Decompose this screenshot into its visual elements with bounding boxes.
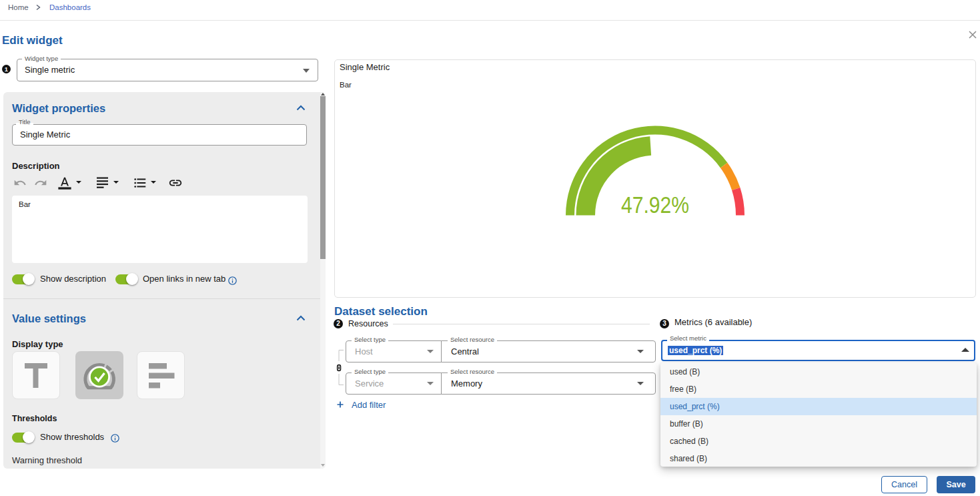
svg-text:47.92%: 47.92% xyxy=(621,192,689,218)
